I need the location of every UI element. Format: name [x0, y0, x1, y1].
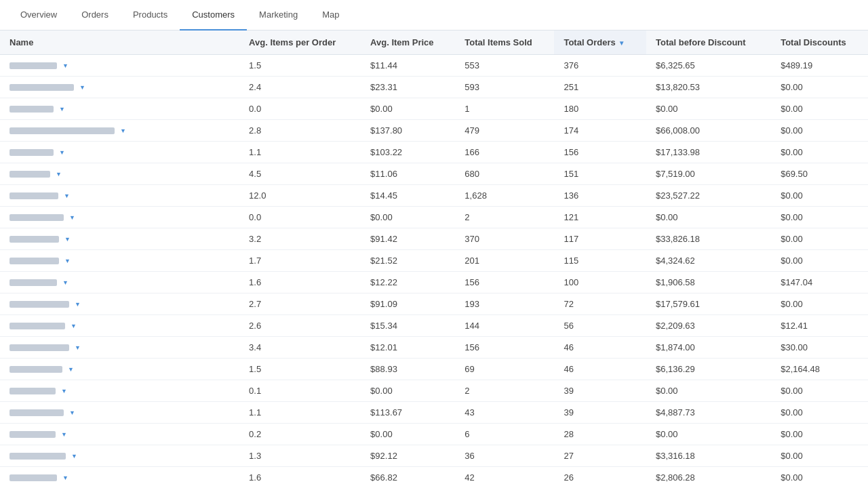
cell-avg_price: $12.22 — [361, 272, 455, 293]
cell-avg_price: $11.06 — [361, 163, 455, 185]
table-row[interactable]: ▼1.1$113.674339$4,887.73$0.00 — [0, 402, 868, 424]
name-bar — [9, 171, 50, 178]
cell-avg_items: 3.2 — [239, 228, 361, 250]
cell-total_discounts: $0.00 — [771, 380, 868, 402]
col-header-total_items[interactable]: Total Items Sold — [455, 30, 554, 55]
col-header-total_orders[interactable]: Total Orders▼ — [554, 30, 646, 55]
name-cell: ▼ — [0, 250, 239, 272]
table-row[interactable]: ▼0.0$0.001180$0.00$0.00 — [0, 98, 868, 120]
filter-icon[interactable]: ▼ — [71, 453, 77, 460]
tabs-bar: OverviewOrdersProductsCustomersMarketing… — [0, 0, 868, 30]
table-container: NameAvg. Items per OrderAvg. Item PriceT… — [0, 30, 868, 488]
filter-icon[interactable]: ▼ — [64, 236, 71, 243]
table-row[interactable]: ▼12.0$14.451,628136$23,527.22$0.00 — [0, 185, 868, 207]
filter-icon[interactable]: ▼ — [62, 474, 68, 481]
name-bar — [9, 279, 57, 286]
table-row[interactable]: ▼0.0$0.002121$0.00$0.00 — [0, 207, 868, 228]
cell-total_discounts: $0.00 — [771, 77, 868, 98]
cell-total_items: 6 — [455, 424, 554, 445]
name-bar — [9, 106, 54, 113]
filter-icon[interactable]: ▼ — [75, 344, 81, 351]
table-row[interactable]: ▼3.4$12.0115646$1,874.00$30.00 — [0, 337, 868, 359]
filter-icon[interactable]: ▼ — [69, 409, 75, 416]
cell-total_items: 553 — [455, 55, 554, 77]
tab-customers[interactable]: Customers — [180, 0, 247, 30]
cell-total_before: $33,826.18 — [646, 228, 771, 250]
table-row[interactable]: ▼0.2$0.00628$0.00$0.00 — [0, 424, 868, 445]
cell-total_orders: 27 — [554, 445, 646, 467]
tab-orders[interactable]: Orders — [69, 0, 121, 30]
cell-total_items: 193 — [455, 293, 554, 315]
name-bar — [9, 214, 64, 221]
cell-avg_price: $137.80 — [361, 120, 455, 142]
filter-icon[interactable]: ▼ — [61, 431, 67, 438]
tab-map[interactable]: Map — [310, 0, 351, 30]
filter-icon[interactable]: ▼ — [59, 149, 65, 156]
filter-icon[interactable]: ▼ — [75, 301, 81, 308]
col-header-avg_items[interactable]: Avg. Items per Order — [239, 30, 361, 55]
tab-overview[interactable]: Overview — [8, 0, 69, 30]
table-row[interactable]: ▼2.7$91.0919372$17,579.61$0.00 — [0, 293, 868, 315]
cell-total_before: $0.00 — [646, 98, 771, 120]
cell-total_items: 680 — [455, 163, 554, 185]
name-cell: ▼ — [0, 142, 239, 163]
col-header-total_before[interactable]: Total before Discount — [646, 30, 771, 55]
name-cell: ▼ — [0, 98, 239, 120]
cell-total_orders: 100 — [554, 272, 646, 293]
table-row[interactable]: ▼1.3$92.123627$3,316.18$0.00 — [0, 445, 868, 467]
cell-total_items: 479 — [455, 120, 554, 142]
cell-total_discounts: $0.00 — [771, 424, 868, 445]
col-header-avg_price[interactable]: Avg. Item Price — [361, 30, 455, 55]
col-header-name[interactable]: Name — [0, 30, 239, 55]
filter-icon[interactable]: ▼ — [79, 84, 85, 91]
name-bar — [9, 344, 69, 351]
table-row[interactable]: ▼4.5$11.06680151$7,519.00$69.50 — [0, 163, 868, 185]
cell-total_discounts: $0.00 — [771, 142, 868, 163]
table-row[interactable]: ▼1.6$12.22156100$1,906.58$147.04 — [0, 272, 868, 293]
filter-icon[interactable]: ▼ — [56, 171, 62, 178]
table-row[interactable]: ▼1.5$11.44553376$6,325.65$489.19 — [0, 55, 868, 77]
filter-icon[interactable]: ▼ — [61, 388, 67, 394]
cell-total_before: $13,820.53 — [646, 77, 771, 98]
table-row[interactable]: ▼2.8$137.80479174$66,008.00$0.00 — [0, 120, 868, 142]
cell-avg_items: 1.7 — [239, 250, 361, 272]
cell-total_orders: 39 — [554, 402, 646, 424]
cell-avg_items: 1.5 — [239, 55, 361, 77]
cell-avg_price: $88.93 — [361, 359, 455, 380]
filter-icon[interactable]: ▼ — [69, 214, 75, 221]
table-row[interactable]: ▼3.2$91.42370117$33,826.18$0.00 — [0, 228, 868, 250]
cell-avg_items: 12.0 — [239, 185, 361, 207]
table-row[interactable]: ▼2.4$23.31593251$13,820.53$0.00 — [0, 77, 868, 98]
filter-icon[interactable]: ▼ — [64, 192, 70, 199]
col-header-total_discounts[interactable]: Total Discounts — [771, 30, 868, 55]
filter-icon[interactable]: ▼ — [68, 366, 74, 373]
cell-total_before: $1,906.58 — [646, 272, 771, 293]
cell-avg_price: $113.67 — [361, 402, 455, 424]
cell-total_orders: 39 — [554, 380, 646, 402]
table-row[interactable]: ▼1.5$88.936946$6,136.29$2,164.48 — [0, 359, 868, 380]
name-cell: ▼ — [0, 120, 239, 142]
filter-icon[interactable]: ▼ — [71, 323, 77, 329]
cell-avg_price: $15.34 — [361, 315, 455, 337]
table-row[interactable]: ▼1.7$21.52201115$4,324.62$0.00 — [0, 250, 868, 272]
cell-total_before: $0.00 — [646, 380, 771, 402]
cell-total_orders: 28 — [554, 424, 646, 445]
cell-total_orders: 117 — [554, 228, 646, 250]
cell-total_discounts: $0.00 — [771, 293, 868, 315]
filter-icon[interactable]: ▼ — [62, 62, 68, 69]
name-bar — [9, 127, 115, 134]
filter-icon[interactable]: ▼ — [120, 127, 126, 134]
filter-icon[interactable]: ▼ — [62, 279, 68, 286]
table-row[interactable]: ▼1.1$103.22166156$17,133.98$0.00 — [0, 142, 868, 163]
tab-products[interactable]: Products — [121, 0, 180, 30]
table-row[interactable]: ▼0.1$0.00239$0.00$0.00 — [0, 380, 868, 402]
filter-icon[interactable]: ▼ — [64, 258, 71, 264]
tab-marketing[interactable]: Marketing — [247, 0, 310, 30]
cell-avg_items: 1.6 — [239, 272, 361, 293]
name-bar — [9, 84, 74, 91]
filter-icon[interactable]: ▼ — [59, 106, 65, 113]
cell-total_items: 156 — [455, 272, 554, 293]
table-row[interactable]: ▼1.6$66.824226$2,806.28$0.00 — [0, 467, 868, 489]
table-row[interactable]: ▼2.6$15.3414456$2,209.63$12.41 — [0, 315, 868, 337]
cell-avg_price: $103.22 — [361, 142, 455, 163]
